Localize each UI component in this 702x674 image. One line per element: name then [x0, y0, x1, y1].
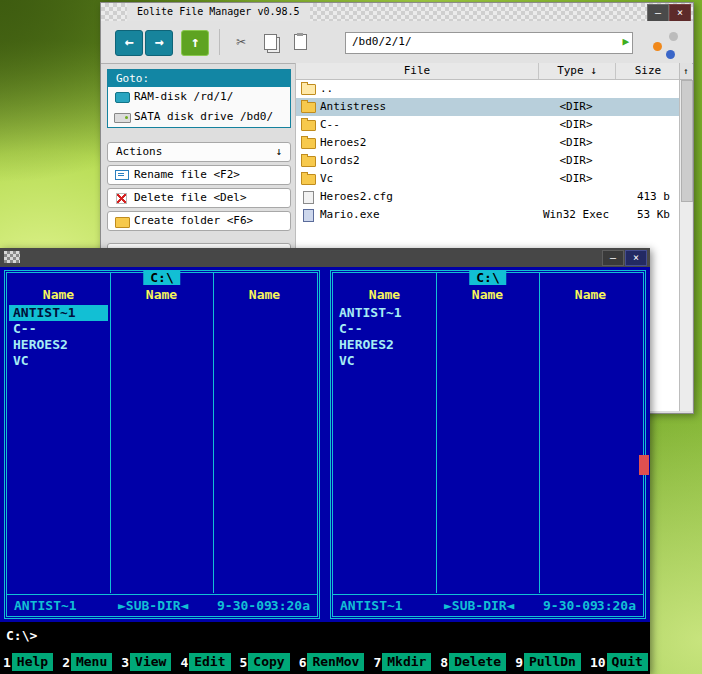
eolite-window-title: Eolite File Manager v0.98.5	[127, 3, 310, 21]
file-type: <DIR>	[538, 170, 614, 188]
go-icon[interactable]: ▶	[622, 33, 629, 51]
list-item[interactable]: HEROES2	[9, 337, 108, 353]
fkey-help[interactable]: 1Help	[2, 653, 53, 671]
table-row[interactable]: C-- <DIR>	[296, 116, 680, 134]
cut-button[interactable]: ✂	[229, 30, 253, 54]
sidebar-item-sata-disk[interactable]: SATA disk drive /bd0/	[108, 107, 290, 127]
scrollbar[interactable]: ↑	[679, 63, 692, 411]
action-rename-file[interactable]: Rename file <F2>	[107, 165, 291, 185]
fkey-delete[interactable]: 8Delete	[439, 653, 506, 671]
file-name: Antistress	[320, 98, 386, 116]
table-row[interactable]: Heroes2 <DIR>	[296, 134, 680, 152]
file-name: Heroes2	[320, 134, 366, 152]
forward-button[interactable]: →	[145, 30, 173, 56]
column-header-type[interactable]: Type ↓	[538, 63, 615, 79]
column-header-name: Name	[213, 287, 316, 302]
status-subdir-tag: ►SUB-DIR◄	[444, 597, 514, 614]
status-date: 9-30-09	[543, 597, 598, 614]
close-button[interactable]: ×	[669, 4, 691, 22]
column-header-name: Name	[539, 287, 642, 302]
table-row[interactable]: ..	[296, 80, 680, 98]
folder-icon	[301, 156, 316, 167]
minimize-button[interactable]: —	[647, 4, 669, 22]
column-header-size[interactable]: Size	[615, 63, 680, 79]
rename-icon	[115, 170, 129, 180]
paste-button[interactable]	[289, 30, 313, 54]
up-arrow-icon: ↑	[190, 33, 199, 51]
table-row[interactable]: Heroes2.cfg 413 b	[296, 188, 680, 206]
scrollbar-thumb[interactable]	[681, 80, 693, 202]
list-item[interactable]: ANTIST~1	[335, 305, 434, 321]
list-item[interactable]: VC	[335, 353, 434, 369]
dosbox-app-icon	[4, 251, 20, 263]
table-row-selected[interactable]: Antistress <DIR>	[296, 98, 680, 116]
fkey-edit[interactable]: 4Edit	[179, 653, 230, 671]
list-item-selected[interactable]: ANTIST~1	[9, 305, 108, 321]
copy-button[interactable]	[259, 30, 283, 54]
command-prompt[interactable]: C:\>	[0, 622, 650, 650]
eolite-titlebar[interactable]: Eolite File Manager v0.98.5 — ×	[101, 3, 693, 22]
action-label: Create folder <F6>	[134, 214, 253, 227]
fkey-menu[interactable]: 2Menu	[61, 653, 112, 671]
file-list-header: File Type ↓ Size	[296, 63, 680, 80]
file-name: ..	[320, 80, 333, 98]
back-arrow-icon: ←	[124, 33, 133, 51]
scroll-up-icon[interactable]: ↑	[680, 63, 692, 80]
action-label: Rename file <F2>	[134, 168, 240, 181]
back-button[interactable]: ←	[115, 30, 143, 56]
fkey-view[interactable]: 3View	[120, 653, 171, 671]
toolbar-separator	[219, 29, 220, 55]
dos-footer: C:\> 1Help 2Menu 3View 4Edit 5Copy 6RenM…	[0, 622, 650, 674]
list-item[interactable]: HEROES2	[335, 337, 434, 353]
fkey-renmov[interactable]: 6RenMov	[298, 653, 365, 671]
column-header-name: Name	[110, 287, 213, 302]
fkey-pulldn[interactable]: 9PullDn	[514, 653, 581, 671]
sidebar-item-label: SATA disk drive /bd0/	[134, 110, 273, 123]
drive-label[interactable]: C:\	[143, 270, 180, 285]
file-name: Mario.exe	[320, 206, 380, 224]
address-path: /bd0/2/1/	[352, 33, 412, 51]
file-name: Lords2	[320, 152, 360, 170]
dos-screen: C:\ Name Name Name ANTIST~1 C-- HEROES2 …	[0, 267, 650, 674]
status-subdir-tag: ►SUB-DIR◄	[118, 597, 188, 614]
goto-header: Goto:	[108, 70, 290, 87]
folder-icon	[301, 102, 316, 113]
fkey-copy[interactable]: 5Copy	[239, 653, 290, 671]
status-separator	[333, 594, 643, 595]
sidebar-item-ram-disk[interactable]: RAM-disk /rd/1/	[108, 87, 290, 107]
fkey-mkdir[interactable]: 7Mkdir	[372, 653, 431, 671]
status-time: 3:20a	[597, 597, 636, 614]
minimize-button[interactable]: —	[602, 250, 624, 266]
panel-status: ANTIST~1 ►SUB-DIR◄ 9-30-09 3:20a	[338, 597, 638, 614]
file-type: <DIR>	[538, 152, 614, 170]
eolite-sidebar: Goto: RAM-disk /rd/1/ SATA disk drive /b…	[107, 63, 291, 263]
logo-dot-blue-icon	[666, 50, 675, 59]
status-date: 9-30-09	[217, 597, 272, 614]
up-button[interactable]: ↑	[181, 30, 209, 56]
table-row[interactable]: Mario.exe Win32 Exec 53 Kb	[296, 206, 680, 224]
column-header-name: Name	[7, 287, 110, 302]
column-divider	[213, 273, 214, 593]
list-item[interactable]: VC	[9, 353, 108, 369]
file-name: Vc	[320, 170, 333, 188]
eolite-toolbar: ← → ↑ ✂ /bd0/2/1/ ▶	[101, 21, 693, 64]
column-header-name: Name	[436, 287, 539, 302]
address-bar[interactable]: /bd0/2/1/ ▶	[345, 32, 633, 54]
file-column: ANTIST~1 C-- HEROES2 VC	[335, 305, 434, 369]
drive-label[interactable]: C:\	[469, 270, 506, 285]
file-type: <DIR>	[538, 116, 614, 134]
action-create-folder[interactable]: Create folder <F6>	[107, 211, 291, 231]
table-row[interactable]: Lords2 <DIR>	[296, 152, 680, 170]
column-header-file[interactable]: File	[296, 63, 538, 79]
dosbox-titlebar[interactable]: DOSBox 0.73, Cpu Cycles: 3000, Frameskip…	[0, 248, 650, 267]
close-button[interactable]: ×	[625, 250, 647, 266]
scissors-icon: ✂	[236, 32, 246, 51]
table-row[interactable]: Vc <DIR>	[296, 170, 680, 188]
forward-arrow-icon: →	[154, 33, 163, 51]
actions-header[interactable]: Actions ↓	[107, 142, 291, 162]
list-item[interactable]: C--	[9, 321, 108, 337]
fkey-quit[interactable]: 10Quit	[589, 653, 648, 671]
chevron-down-icon: ↓	[275, 143, 282, 161]
list-item[interactable]: C--	[335, 321, 434, 337]
action-delete-file[interactable]: Delete file <Del>	[107, 188, 291, 208]
